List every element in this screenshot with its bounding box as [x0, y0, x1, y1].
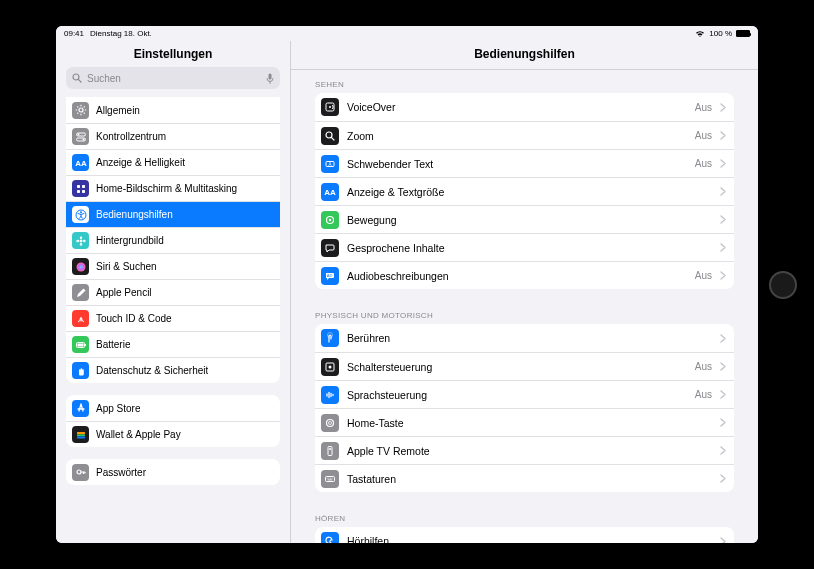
- detail-item-label: Anzeige & Textgröße: [347, 186, 712, 198]
- sidebar-item-label: Passwörter: [96, 467, 146, 478]
- svg-rect-2: [269, 73, 272, 79]
- sidebar-item-label: Hintergrundbild: [96, 235, 164, 246]
- detail-item-label: Berühren: [347, 332, 712, 344]
- sidebar-item-siri[interactable]: Siri & Suchen: [66, 253, 280, 279]
- svg-line-10: [83, 106, 84, 107]
- chevron-right-icon: [720, 187, 726, 196]
- switchcontrol-icon: [321, 358, 339, 376]
- detail-item-schaltersteuerung[interactable]: SchaltersteuerungAus: [315, 352, 734, 380]
- key-icon: [72, 464, 89, 481]
- audiodesc-icon: AD: [321, 267, 339, 285]
- svg-point-57: [329, 448, 331, 450]
- gear-icon: [72, 102, 89, 119]
- svg-rect-63: [328, 479, 333, 480]
- sidebar-item-label: Wallet & Apple Pay: [96, 429, 181, 440]
- home-button[interactable]: [769, 271, 797, 299]
- battery-icon: [72, 336, 89, 353]
- sidebar-item-bedienungshilfen[interactable]: Bedienungshilfen: [66, 201, 280, 227]
- svg-rect-34: [77, 434, 85, 436]
- svg-point-24: [79, 236, 81, 239]
- sidebar-item-datenschutz[interactable]: Datenschutz & Sicherheit: [66, 357, 280, 383]
- detail-item-audiodesc[interactable]: ADAudiobeschreibungenAus: [315, 261, 734, 289]
- detail-item-hoerhilfen[interactable]: Hörhilfen: [315, 527, 734, 543]
- svg-rect-20: [82, 190, 85, 193]
- svg-rect-32: [77, 343, 83, 346]
- detail-item-tastaturen[interactable]: Tastaturen: [315, 464, 734, 492]
- sidebar-item-anzeige[interactable]: AAAnzeige & Helligkeit: [66, 149, 280, 175]
- sidebar-item-hintergrundbild[interactable]: Hintergrundbild: [66, 227, 280, 253]
- sidebar-item-label: Datenschutz & Sicherheit: [96, 365, 208, 376]
- svg-point-3: [79, 108, 83, 112]
- svg-point-36: [77, 470, 81, 474]
- detail-item-gesprochene[interactable]: Gesprochene Inhalte: [315, 233, 734, 261]
- detail-item-zoom[interactable]: ZoomAus: [315, 121, 734, 149]
- siri-icon: [72, 258, 89, 275]
- svg-rect-35: [77, 436, 85, 438]
- detail-item-voiceover[interactable]: VoiceOverAus: [315, 93, 734, 121]
- sidebar-item-pencil[interactable]: Apple Pencil: [66, 279, 280, 305]
- svg-point-54: [327, 419, 334, 426]
- chevron-right-icon: [720, 362, 726, 371]
- detail-item-label: Audiobeschreibungen: [347, 270, 687, 282]
- detail-item-schwebender-text[interactable]: ASchwebender TextAus: [315, 149, 734, 177]
- svg-line-8: [77, 106, 78, 107]
- sidebar-item-wallet[interactable]: Wallet & Apple Pay: [66, 421, 280, 447]
- chevron-right-icon: [720, 215, 726, 224]
- detail-item-anzeige-text[interactable]: AAAnzeige & Textgröße: [315, 177, 734, 205]
- svg-rect-55: [329, 421, 332, 424]
- sidebar-item-label: App Store: [96, 403, 140, 414]
- sidebar-item-kontrollzentrum[interactable]: Kontrollzentrum: [66, 123, 280, 149]
- section-header: PHYSISCH UND MOTORISCH: [305, 301, 744, 324]
- detail-title: Bedienungshilfen: [291, 41, 758, 70]
- detail-item-label: Schwebender Text: [347, 158, 687, 170]
- detail-item-label: Apple TV Remote: [347, 445, 712, 457]
- sidebar-item-allgemein[interactable]: Allgemein: [66, 97, 280, 123]
- svg-rect-56: [328, 446, 332, 455]
- detail-item-sprachsteuerung[interactable]: SprachsteuerungAus: [315, 380, 734, 408]
- detail-item-hometaste[interactable]: Home-Taste: [315, 408, 734, 436]
- svg-rect-62: [332, 477, 333, 478]
- remote-icon: [321, 442, 339, 460]
- svg-point-38: [329, 106, 331, 108]
- svg-rect-17: [77, 185, 80, 188]
- chevron-right-icon: [720, 537, 726, 544]
- flower-icon: [72, 232, 89, 249]
- detail-item-beruehren[interactable]: Berühren: [315, 324, 734, 352]
- status-bar: 09:41 Dienstag 18. Okt. 100 %: [56, 26, 758, 41]
- chevron-right-icon: [720, 271, 726, 280]
- ear-icon: [321, 532, 339, 543]
- detail-item-value: Aus: [695, 389, 712, 400]
- sidebar-item-touchid[interactable]: Touch ID & Code: [66, 305, 280, 331]
- detail-item-label: Bewegung: [347, 214, 712, 226]
- sidebar-item-passwoerter[interactable]: Passwörter: [66, 459, 280, 485]
- homebutton-icon: [321, 414, 339, 432]
- svg-line-9: [83, 113, 84, 114]
- svg-rect-18: [82, 185, 85, 188]
- clock: 09:41: [64, 29, 84, 38]
- search-input[interactable]: Suchen: [66, 67, 280, 89]
- sidebar-item-batterie[interactable]: Batterie: [66, 331, 280, 357]
- chevron-right-icon: [720, 418, 726, 427]
- sidebar: Einstellungen Suchen AllgemeinKontrollze…: [56, 41, 291, 543]
- wifi-icon: [695, 30, 705, 38]
- svg-point-23: [79, 239, 82, 242]
- wallet-icon: [72, 426, 89, 443]
- detail-item-value: Aus: [695, 130, 712, 141]
- detail-item-bewegung[interactable]: Bewegung: [315, 205, 734, 233]
- aa-icon: AA: [321, 183, 339, 201]
- sidebar-item-appstore[interactable]: App Store: [66, 395, 280, 421]
- section-header: HÖREN: [305, 504, 744, 527]
- detail-item-appletv[interactable]: Apple TV Remote: [315, 436, 734, 464]
- sidebar-item-homescreen[interactable]: Home-Bildschirm & Multitasking: [66, 175, 280, 201]
- motion-icon: [321, 211, 339, 229]
- sidebar-item-label: Home-Bildschirm & Multitasking: [96, 183, 237, 194]
- mic-icon[interactable]: [266, 73, 274, 84]
- detail-item-label: Tastaturen: [347, 473, 712, 485]
- speech-icon: [321, 239, 339, 257]
- svg-point-29: [80, 317, 81, 318]
- detail-item-label: Sprachsteuerung: [347, 389, 687, 401]
- search-icon: [72, 73, 82, 83]
- svg-text:AA: AA: [324, 188, 336, 197]
- svg-point-15: [82, 138, 84, 140]
- svg-text:A: A: [328, 161, 331, 166]
